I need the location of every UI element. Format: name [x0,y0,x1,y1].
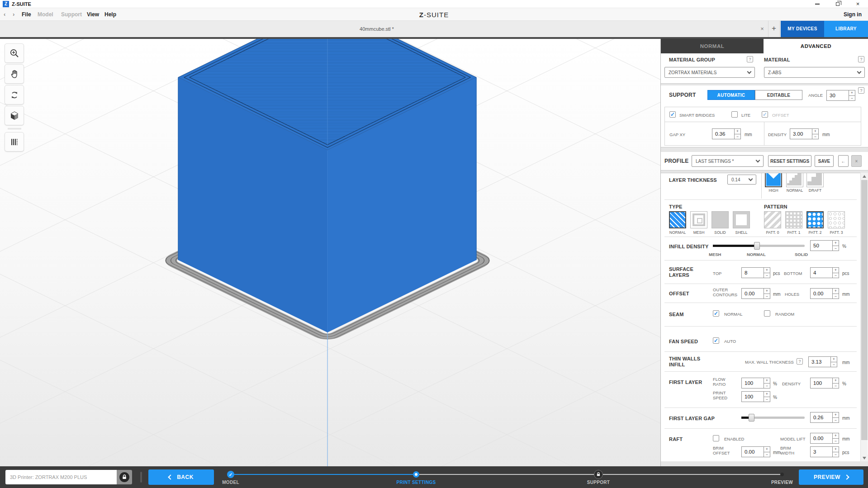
seam-normal-checkbox[interactable]: ✓ [713,310,719,317]
decrement-button[interactable]: − [832,246,839,251]
material-group-select[interactable]: ZORTRAX MATERIALS [664,67,755,78]
minimize-button[interactable] [807,0,827,8]
quality-draft-option[interactable] [806,173,824,187]
increment-button[interactable]: + [734,128,741,134]
material-help-icon[interactable]: ? [858,56,864,62]
pattern-2-option[interactable] [806,211,824,228]
close-button[interactable]: × [848,0,868,8]
restore-profile-button[interactable]: ← [838,155,849,167]
flow-ratio-spinner[interactable]: 100 +− [741,378,770,389]
profile-select[interactable]: LAST SETTINGS * [692,155,764,167]
decrement-button[interactable]: − [832,383,839,389]
tab-close-icon[interactable]: × [756,21,768,37]
holes-spinner[interactable]: 0.00 +− [810,288,839,299]
view-cube-button[interactable] [5,106,24,125]
increment-button[interactable]: + [830,356,837,362]
scrollbar-thumb[interactable] [861,180,868,440]
increment-button[interactable]: + [832,378,839,383]
reset-settings-button[interactable]: RESET SETTINGS [768,155,811,167]
type-shell-option[interactable] [733,211,750,228]
surface-top-spinner[interactable]: 8 +− [741,267,770,278]
max-wall-thickness-spinner[interactable]: 3.13 +− [808,356,837,367]
seam-random-checkbox[interactable]: ✓ [764,310,770,317]
increment-button[interactable]: + [764,391,770,397]
decrement-button[interactable]: − [764,383,770,389]
increment-button[interactable]: + [832,240,839,246]
increment-button[interactable]: + [832,446,839,452]
pan-tool-button[interactable] [5,64,24,84]
material-group-help-icon[interactable]: ? [747,56,753,62]
layers-view-button[interactable] [5,132,24,152]
quality-high-option[interactable] [765,173,782,187]
decrement-button[interactable]: − [764,397,770,402]
decrement-button[interactable]: − [764,294,770,299]
panel-scrollbar[interactable] [860,173,868,461]
scroll-up-button[interactable] [861,173,868,180]
support-automatic-button[interactable]: AUTOMATIC [707,90,755,100]
decrement-button[interactable]: − [832,417,839,423]
outer-contours-spinner[interactable]: 0.00 +− [741,288,770,299]
printer-input[interactable] [5,470,117,484]
thin-walls-help-icon[interactable]: ? [797,358,803,365]
brim-width-spinner[interactable]: 3 +− [810,446,839,457]
type-solid-option[interactable] [711,211,729,228]
surface-bottom-spinner[interactable]: 4 +− [810,267,839,278]
raft-enabled-checkbox[interactable]: ✓ [713,435,719,441]
decrement-button[interactable]: − [832,273,839,278]
my-devices-button[interactable]: MY DEVICES [781,21,824,37]
increment-button[interactable]: + [764,378,770,383]
pattern-0-option[interactable] [764,211,781,228]
increment-button[interactable]: + [764,288,770,294]
tab-normal[interactable]: NORMAL [661,39,764,53]
increment-button[interactable]: + [832,433,839,438]
first-layer-gap-slider[interactable] [741,417,805,419]
angle-spinner[interactable]: 30 +− [826,90,855,101]
infill-density-slider[interactable] [713,245,805,247]
layer-thickness-select[interactable]: 0.14 [727,175,756,185]
tab-add-icon[interactable]: + [768,21,780,37]
infill-density-spinner[interactable]: 50 +− [810,240,839,251]
sign-in-link[interactable]: Sign in [844,11,862,18]
support-help-icon[interactable]: ? [858,87,864,94]
model-lift-spinner[interactable]: 0.00 +− [810,433,839,444]
zoom-tool-button[interactable] [5,43,24,63]
decrement-button[interactable]: − [832,452,839,457]
decrement-button[interactable]: − [830,362,837,367]
decrement-button[interactable]: − [812,134,819,139]
decrement-button[interactable]: − [832,294,839,299]
decrement-button[interactable]: − [832,438,839,444]
tab-advanced[interactable]: ADVANCED [764,39,868,53]
decrement-button[interactable]: − [764,452,770,457]
save-button[interactable]: SAVE [815,155,834,167]
gap-xy-spinner[interactable]: 0.36 +− [712,128,741,139]
material-select[interactable]: Z-ABS [764,67,865,78]
document-tab[interactable]: 40mmcube.stl * [0,21,754,37]
brim-offset-spinner[interactable]: 0.00 +− [741,446,770,457]
slider-handle[interactable] [754,242,760,250]
increment-button[interactable]: + [764,267,770,273]
smart-bridges-checkbox[interactable]: ✓ [669,111,676,118]
rotate-tool-button[interactable] [5,85,24,104]
support-density-spinner[interactable]: 3.00 +− [790,128,819,139]
lite-checkbox[interactable]: ✓ [731,111,738,118]
quality-normal-option[interactable] [786,173,803,187]
pattern-3-option[interactable] [828,211,845,228]
increment-button[interactable]: + [832,288,839,294]
back-button[interactable]: BACK [148,469,214,485]
first-layer-density-spinner[interactable]: 100 +− [810,378,839,389]
increment-button[interactable]: + [812,128,819,134]
preview-button[interactable]: PREVIEW [799,469,863,485]
decrement-button[interactable]: − [734,134,741,139]
library-button[interactable]: LIBRARY [824,21,868,37]
pattern-1-option[interactable] [785,211,802,228]
decrement-button[interactable]: − [849,95,855,101]
type-normal-option[interactable] [669,211,686,228]
support-editable-button[interactable]: EDITABLE [755,90,802,100]
step-model-circle[interactable]: ✓ [227,471,234,478]
decrement-button[interactable]: − [764,273,770,278]
printer-lock-button[interactable] [117,470,132,484]
increment-button[interactable]: + [832,412,839,417]
increment-button[interactable]: + [849,90,855,95]
scroll-down-button[interactable] [861,455,868,461]
viewport-3d[interactable] [0,39,660,466]
